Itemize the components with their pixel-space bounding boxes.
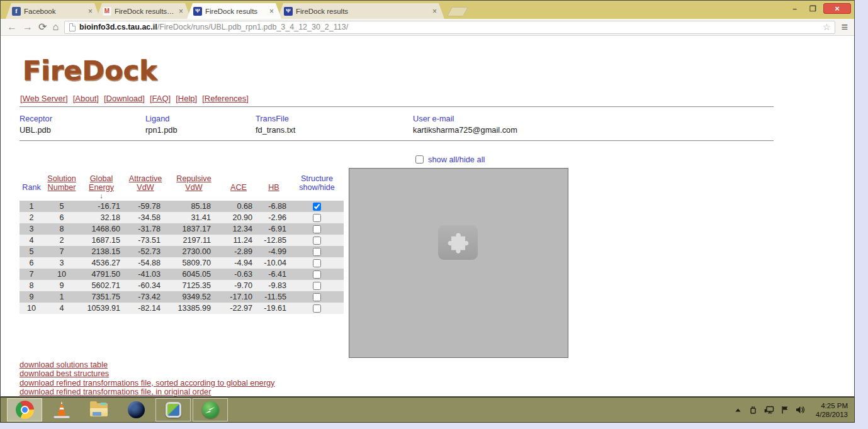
hidden-icons-icon[interactable]	[735, 407, 741, 413]
tab-close-icon[interactable]: ×	[178, 7, 184, 16]
download-link[interactable]: download refined transformations file, i…	[20, 387, 274, 396]
sort-link[interactable]: HB	[268, 183, 279, 192]
flag-icon[interactable]	[781, 406, 789, 414]
nav-link[interactable]: Help	[178, 94, 195, 103]
power-icon[interactable]	[748, 406, 757, 415]
sort-link[interactable]: Solution	[47, 174, 76, 183]
cell-attractive_vdw: -73.42	[123, 291, 168, 303]
clock-time: 4:25 PM	[816, 401, 848, 410]
forward-icon[interactable]: →	[23, 22, 33, 32]
taskbar-app-download-manager[interactable]	[193, 398, 228, 421]
structure-checkbox[interactable]	[313, 203, 321, 211]
cell-global_energy: 1687.15	[80, 235, 123, 246]
browser-tab[interactable]: ΨFireDock results×	[278, 3, 444, 19]
structure-viewer-plugin[interactable]	[349, 168, 568, 358]
minimize-button[interactable]: –	[787, 3, 803, 14]
volume-icon[interactable]	[796, 406, 805, 414]
cell-rank: 4	[20, 235, 43, 246]
cell-global_energy: 7351.75	[80, 291, 123, 303]
tab-title: FireDock results - kartiksh	[115, 8, 174, 15]
cell-rank: 10	[20, 303, 43, 314]
structure-checkbox[interactable]	[313, 304, 321, 313]
browser-tab[interactable]: ΨFireDock results×	[187, 3, 281, 19]
structure-checkbox[interactable]	[313, 225, 321, 233]
cell-repulsive_vdw: 1837.17	[168, 223, 220, 235]
browser-globe-icon	[128, 401, 145, 418]
nav-link-group: [Help]	[176, 94, 197, 103]
tab-close-icon[interactable]: ×	[87, 7, 94, 16]
nav-link[interactable]: Download	[106, 94, 143, 103]
cell-rank: 9	[20, 291, 43, 303]
structure-checkbox[interactable]	[313, 214, 321, 222]
back-icon[interactable]: ←	[7, 22, 17, 32]
network-icon[interactable]	[764, 406, 774, 414]
show-all-checkbox[interactable]	[415, 155, 424, 164]
sort-link[interactable]: VdW	[137, 183, 154, 192]
cell-repulsive_vdw: 2730.00	[168, 246, 220, 257]
taskbar-app-explorer[interactable]	[81, 398, 116, 421]
taskbar-clock[interactable]: 4:25 PM 4/28/2013	[812, 401, 848, 419]
nav-link[interactable]: About	[75, 94, 96, 103]
missing-plugin-tile	[438, 225, 478, 260]
divider	[20, 106, 774, 108]
taskbar-app-vlc[interactable]	[44, 398, 79, 421]
cell-hb: -6.91	[257, 223, 290, 235]
sort-link[interactable]: VdW	[185, 183, 202, 192]
browser-menu-icon[interactable]: ≡	[841, 21, 848, 33]
sort-link[interactable]: Repulsive	[176, 174, 211, 183]
cell-repulsive_vdw: 85.18	[168, 201, 220, 212]
cell-attractive_vdw: -41.03	[123, 269, 168, 280]
tab-close-icon[interactable]: ×	[268, 7, 275, 16]
download-link[interactable]: download solutions table	[20, 360, 274, 369]
taskbar-app-browser-globe[interactable]	[118, 398, 154, 421]
media-app-icon	[166, 402, 181, 418]
job-info-header: TransFile	[256, 114, 289, 123]
cell-rank: 8	[20, 280, 43, 291]
tab-close-icon[interactable]: ×	[431, 7, 438, 16]
cell-global_energy: 4791.50	[80, 269, 123, 280]
structure-checkbox[interactable]	[313, 259, 321, 267]
cell-solution_number: 5	[43, 201, 80, 212]
browser-tab[interactable]: MFireDock results - kartiksh×	[96, 3, 191, 19]
table-row: 634536.27-54.885809.70-4.94-10.04	[20, 257, 344, 269]
cell-solution_number: 9	[43, 280, 80, 291]
cell-repulsive_vdw: 6045.05	[168, 269, 220, 280]
url-path: /FireDock/runs/UBL.pdb_rpn1.pdb_3_4_12_3…	[157, 23, 348, 31]
cell-attractive_vdw: -34.58	[123, 212, 168, 223]
sort-link[interactable]: Global	[90, 174, 113, 183]
structure-checkbox[interactable]	[313, 293, 321, 301]
close-button[interactable]: ×	[823, 3, 851, 14]
sort-link[interactable]: Energy	[89, 183, 114, 192]
download-link[interactable]: download refined transformations file, s…	[20, 379, 274, 387]
bookmark-star-icon[interactable]: ☆	[823, 22, 831, 32]
reload-icon[interactable]: ⟳	[38, 22, 47, 32]
download-link[interactable]: download best structures	[20, 369, 274, 378]
taskbar-app-media-app[interactable]	[155, 398, 191, 421]
cell-ace: 11.24	[220, 235, 257, 246]
nav-link[interactable]: References	[205, 94, 246, 103]
structure-checkbox[interactable]	[313, 237, 321, 245]
show-all-toggle[interactable]: show all/hide all	[415, 155, 485, 164]
restore-button[interactable]: ❐	[805, 3, 821, 14]
taskbar-app-chrome[interactable]	[7, 398, 42, 421]
cell-attractive_vdw: -73.51	[123, 235, 168, 246]
structure-checkbox[interactable]	[313, 270, 321, 279]
cell-solution_number: 7	[43, 246, 80, 257]
address-bar[interactable]: bioinfo3d.cs.tau.ac.il/FireDock/runs/UBL…	[64, 21, 835, 34]
sort-arrow-icon	[290, 192, 344, 200]
table-row: 10410539.91-82.1413385.99-22.97-19.61	[20, 303, 344, 314]
sort-link[interactable]: Attractive	[129, 174, 162, 183]
nav-link[interactable]: Web Server	[23, 94, 65, 103]
home-icon[interactable]: ⌂	[52, 22, 59, 32]
sort-link[interactable]: Number	[48, 183, 76, 192]
cell-attractive_vdw: -54.88	[123, 257, 168, 269]
nav-link[interactable]: FAQ	[152, 94, 169, 103]
structure-checkbox[interactable]	[313, 282, 321, 290]
taskbar: 4:25 PM 4/28/2013	[0, 397, 855, 423]
new-tab-button[interactable]	[447, 7, 468, 16]
sort-link[interactable]: ACE	[230, 183, 247, 192]
browser-tab[interactable]: fFacebook×	[6, 3, 100, 19]
structure-checkbox[interactable]	[313, 248, 321, 256]
nav-links: [Web Server][About][Download][FAQ][Help]…	[20, 94, 254, 103]
cell-repulsive_vdw: 2197.11	[168, 235, 220, 246]
